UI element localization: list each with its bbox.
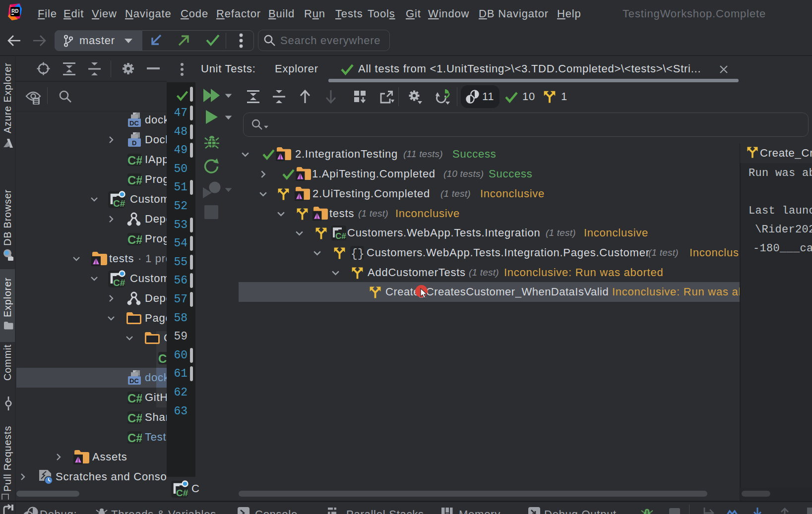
svg-text:RD: RD — [11, 8, 18, 14]
